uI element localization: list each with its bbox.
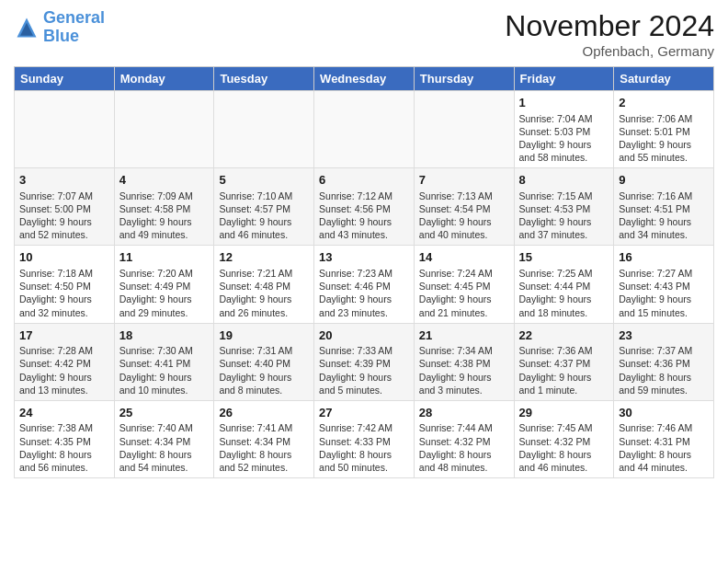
table-cell: 14Sunrise: 7:24 AMSunset: 4:45 PMDayligh…	[414, 246, 514, 323]
day-info-line: Sunrise: 7:04 AM	[519, 112, 609, 125]
day-info-line: Daylight: 9 hours and 37 minutes.	[519, 215, 609, 241]
table-cell: 28Sunrise: 7:44 AMSunset: 4:32 PMDayligh…	[414, 400, 514, 477]
table-cell: 5Sunrise: 7:10 AMSunset: 4:57 PMDaylight…	[214, 168, 314, 246]
day-number: 8	[519, 172, 609, 189]
day-number: 6	[319, 172, 409, 189]
table-cell: 3Sunrise: 7:07 AMSunset: 5:00 PMDaylight…	[15, 168, 115, 246]
day-info-line: Sunrise: 7:15 AM	[519, 190, 609, 202]
day-number: 2	[619, 95, 709, 111]
table-cell: 16Sunrise: 7:27 AMSunset: 4:43 PMDayligh…	[614, 246, 714, 323]
day-info-line: Sunrise: 7:25 AM	[519, 267, 609, 280]
day-info-line: Daylight: 8 hours and 44 minutes.	[619, 448, 709, 474]
day-number: 21	[419, 327, 509, 344]
day-number: 27	[319, 405, 409, 421]
day-info-line: Daylight: 8 hours and 59 minutes.	[619, 371, 709, 396]
logo-line2: Blue	[43, 27, 79, 45]
day-number: 18	[119, 327, 210, 344]
table-cell: 10Sunrise: 7:18 AMSunset: 4:50 PMDayligh…	[15, 246, 115, 323]
table-cell: 2Sunrise: 7:06 AMSunset: 5:01 PMDaylight…	[614, 91, 714, 168]
day-info-line: Sunrise: 7:16 AM	[619, 190, 709, 202]
table-cell: 25Sunrise: 7:40 AMSunset: 4:34 PMDayligh…	[114, 400, 214, 477]
day-number: 14	[419, 249, 509, 266]
day-info-line: Sunrise: 7:13 AM	[419, 190, 509, 202]
day-info-line: Daylight: 9 hours and 55 minutes.	[619, 138, 709, 164]
day-info-line: Daylight: 9 hours and 23 minutes.	[319, 293, 409, 318]
table-cell	[414, 91, 514, 168]
col-sunday: Sunday	[15, 67, 115, 91]
day-info-line: Sunset: 4:44 PM	[519, 280, 609, 293]
day-info-line: Daylight: 9 hours and 26 minutes.	[219, 293, 309, 318]
table-cell: 20Sunrise: 7:33 AMSunset: 4:39 PMDayligh…	[314, 323, 415, 400]
day-info-line: Daylight: 9 hours and 1 minute.	[519, 371, 609, 396]
day-info-line: Sunset: 4:34 PM	[219, 435, 309, 448]
col-friday: Friday	[514, 67, 614, 91]
table-cell: 7Sunrise: 7:13 AMSunset: 4:54 PMDaylight…	[414, 168, 514, 246]
day-info-line: Daylight: 9 hours and 58 minutes.	[519, 138, 609, 164]
day-info-line: Daylight: 9 hours and 49 minutes.	[119, 215, 210, 241]
col-thursday: Thursday	[414, 67, 514, 91]
day-number: 3	[19, 172, 109, 189]
col-monday: Monday	[114, 67, 214, 91]
day-info-line: Sunrise: 7:42 AM	[319, 421, 409, 434]
day-info-line: Sunset: 4:40 PM	[219, 357, 309, 370]
week-row-3: 10Sunrise: 7:18 AMSunset: 4:50 PMDayligh…	[15, 246, 714, 323]
day-info-line: Sunrise: 7:41 AM	[219, 421, 309, 434]
day-info-line: Daylight: 8 hours and 54 minutes.	[119, 448, 210, 474]
day-info-line: Sunrise: 7:45 AM	[519, 421, 609, 434]
day-info-line: Sunrise: 7:33 AM	[319, 344, 409, 357]
day-info-line: Sunset: 4:33 PM	[319, 435, 409, 448]
day-info-line: Daylight: 9 hours and 15 minutes.	[619, 293, 709, 318]
day-info-line: Sunset: 4:32 PM	[519, 435, 609, 448]
table-cell: 29Sunrise: 7:45 AMSunset: 4:32 PMDayligh…	[514, 400, 614, 477]
day-info-line: Sunrise: 7:40 AM	[119, 421, 210, 434]
logo-text: General Blue	[43, 9, 105, 46]
day-number: 1	[519, 95, 609, 111]
day-info-line: Sunset: 4:36 PM	[619, 357, 709, 370]
day-number: 29	[519, 405, 609, 421]
day-info-line: Sunrise: 7:18 AM	[19, 267, 109, 280]
page: General Blue November 2024 Opfenbach, Ge…	[0, 0, 728, 563]
table-cell: 8Sunrise: 7:15 AMSunset: 4:53 PMDaylight…	[514, 168, 614, 246]
day-info-line: Sunset: 4:37 PM	[519, 357, 609, 370]
table-cell: 18Sunrise: 7:30 AMSunset: 4:41 PMDayligh…	[114, 323, 214, 400]
table-cell: 27Sunrise: 7:42 AMSunset: 4:33 PMDayligh…	[314, 400, 415, 477]
logo: General Blue	[14, 9, 105, 46]
day-number: 22	[519, 327, 609, 344]
col-saturday: Saturday	[614, 67, 714, 91]
day-number: 15	[519, 249, 609, 266]
day-info-line: Sunset: 4:56 PM	[319, 202, 409, 215]
day-info-line: Daylight: 9 hours and 5 minutes.	[319, 371, 409, 396]
table-cell: 13Sunrise: 7:23 AMSunset: 4:46 PMDayligh…	[314, 246, 415, 323]
week-row-5: 24Sunrise: 7:38 AMSunset: 4:35 PMDayligh…	[15, 400, 714, 477]
day-number: 13	[319, 249, 409, 266]
week-row-1: 1Sunrise: 7:04 AMSunset: 5:03 PMDaylight…	[15, 91, 714, 168]
day-info-line: Sunrise: 7:09 AM	[119, 190, 210, 202]
day-number: 4	[119, 172, 210, 189]
day-number: 12	[219, 249, 309, 266]
day-info-line: Sunrise: 7:31 AM	[219, 344, 309, 357]
day-number: 19	[219, 327, 309, 344]
day-info-line: Daylight: 8 hours and 48 minutes.	[419, 448, 509, 474]
day-info-line: Sunset: 4:54 PM	[419, 202, 509, 215]
day-info-line: Sunrise: 7:44 AM	[419, 421, 509, 434]
day-number: 7	[419, 172, 509, 189]
table-cell: 23Sunrise: 7:37 AMSunset: 4:36 PMDayligh…	[614, 323, 714, 400]
table-cell: 22Sunrise: 7:36 AMSunset: 4:37 PMDayligh…	[514, 323, 614, 400]
day-info-line: Sunrise: 7:38 AM	[19, 421, 109, 434]
table-cell: 11Sunrise: 7:20 AMSunset: 4:49 PMDayligh…	[114, 246, 214, 323]
day-info-line: Daylight: 9 hours and 29 minutes.	[119, 293, 210, 318]
day-number: 30	[619, 405, 709, 421]
day-info-line: Sunset: 4:51 PM	[619, 202, 709, 215]
day-info-line: Daylight: 9 hours and 32 minutes.	[19, 293, 109, 318]
day-info-line: Daylight: 9 hours and 34 minutes.	[619, 215, 709, 241]
day-info-line: Sunrise: 7:23 AM	[319, 267, 409, 280]
main-title: November 2024	[505, 9, 714, 43]
day-info-line: Sunrise: 7:21 AM	[219, 267, 309, 280]
day-info-line: Sunset: 4:31 PM	[619, 435, 709, 448]
day-info-line: Daylight: 9 hours and 43 minutes.	[319, 215, 409, 241]
day-number: 5	[219, 172, 309, 189]
day-info-line: Sunset: 5:01 PM	[619, 125, 709, 138]
day-info-line: Sunrise: 7:34 AM	[419, 344, 509, 357]
logo-line1: General	[43, 8, 105, 27]
day-info-line: Sunrise: 7:36 AM	[519, 344, 609, 357]
